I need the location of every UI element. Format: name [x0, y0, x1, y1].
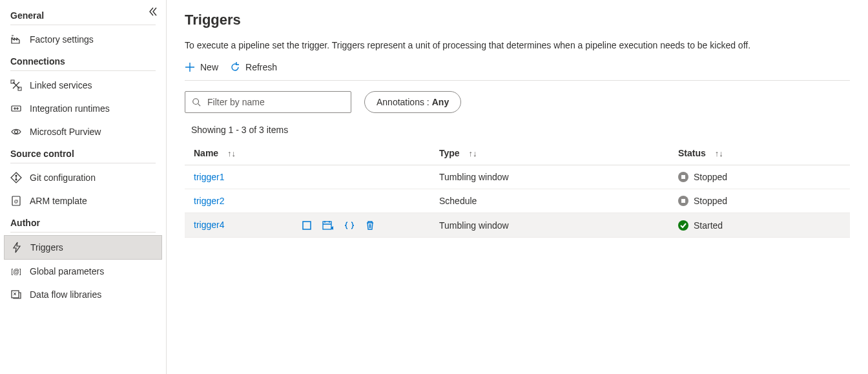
linked-services-icon	[10, 79, 22, 91]
svg-rect-12	[681, 175, 685, 179]
sidebar-section-title: Source control	[0, 143, 166, 163]
annotations-label: Annotations :	[377, 97, 429, 107]
status-stopped-icon	[678, 196, 688, 206]
sidebar-item-label: Triggers	[30, 242, 63, 253]
sidebar-section-title: Author	[0, 213, 166, 232]
main-content: Triggers To execute a pipeline set the t…	[167, 0, 868, 374]
divider	[10, 70, 156, 71]
sidebar-item-integration-runtimes[interactable]: Integration runtimes	[0, 97, 166, 120]
sidebar-item-label: Data flow libraries	[30, 289, 101, 300]
search-icon	[192, 98, 201, 107]
new-button-label: New	[200, 62, 218, 72]
trigger-name-link[interactable]: trigger2	[194, 196, 224, 206]
page-title: Triggers	[185, 12, 850, 28]
sidebar-item-label: Factory settings	[30, 34, 94, 45]
sidebar-section-title: Connections	[0, 51, 166, 70]
svg-point-10	[193, 99, 199, 105]
collapse-sidebar-button[interactable]	[148, 6, 158, 17]
toolbar: New Refresh	[185, 62, 850, 81]
svg-point-3	[15, 130, 18, 134]
divider	[10, 163, 156, 163]
table-row[interactable]: trigger1Tumbling windowStopped	[185, 165, 850, 189]
refresh-button[interactable]: Refresh	[230, 62, 277, 72]
filter-by-name-input-wrapper[interactable]	[185, 91, 351, 113]
svg-text:[@]: [@]	[11, 268, 21, 275]
divider	[10, 232, 156, 233]
sidebar-item-label: Git configuration	[30, 172, 96, 183]
sidebar-item-git-configuration[interactable]: Git configuration	[0, 166, 166, 189]
svg-rect-14	[681, 199, 685, 203]
plus-icon	[185, 62, 195, 72]
code-action-icon[interactable]	[344, 220, 355, 231]
integration-runtimes-icon	[10, 103, 22, 114]
trigger-name-link[interactable]: trigger4	[194, 220, 224, 230]
table-row[interactable]: trigger2ScheduleStopped	[185, 189, 850, 213]
refresh-icon	[230, 62, 240, 72]
schedule-action-icon[interactable]	[322, 220, 334, 231]
sidebar-item-arm-template[interactable]: @ARM template	[0, 189, 166, 213]
sidebar-section-title: General	[0, 5, 166, 25]
arm-template-icon: @	[10, 195, 22, 207]
dataflow-lib-icon	[10, 289, 22, 300]
sidebar-item-factory-settings[interactable]: Factory settings	[0, 28, 166, 51]
annotations-filter[interactable]: Annotations : Any	[364, 91, 461, 113]
filter-by-name-input[interactable]	[206, 96, 344, 108]
trigger-icon	[11, 242, 23, 253]
sidebar-item-label: ARM template	[30, 196, 87, 206]
sidebar-item-label: Global parameters	[30, 266, 104, 276]
sidebar-item-data-flow-libraries[interactable]: Data flow libraries	[0, 283, 166, 306]
refresh-button-label: Refresh	[245, 62, 277, 72]
sidebar-item-linked-services[interactable]: Linked services	[0, 74, 166, 97]
table-row[interactable]: trigger4Tumbling windowStarted	[185, 213, 850, 238]
status-started-icon	[678, 220, 688, 231]
git-icon	[10, 172, 22, 183]
divider	[10, 25, 156, 25]
chevron-double-left-icon	[148, 6, 158, 17]
trigger-name-link[interactable]: trigger1	[194, 172, 224, 182]
type-cell: Schedule	[430, 189, 669, 213]
svg-rect-16	[323, 222, 331, 229]
sort-icon: ↑↓	[715, 149, 723, 158]
sidebar-item-triggers[interactable]: Triggers	[4, 235, 162, 260]
sort-icon: ↑↓	[469, 149, 477, 158]
svg-text:@: @	[14, 199, 18, 203]
global-params-icon: [@]	[10, 265, 22, 277]
delete-action-icon[interactable]	[365, 220, 375, 231]
sort-icon: ↑↓	[227, 149, 236, 158]
status-text: Started	[694, 220, 723, 231]
purview-icon	[10, 126, 22, 138]
col-status[interactable]: Status ↑↓	[669, 141, 850, 165]
type-cell: Tumbling window	[430, 213, 669, 238]
col-type[interactable]: Type ↑↓	[430, 141, 669, 165]
factory-settings-icon	[10, 34, 22, 45]
page-description: To execute a pipeline set the trigger. T…	[185, 40, 850, 50]
showing-count: Showing 1 - 3 of 3 items	[191, 125, 850, 135]
sidebar-item-label: Integration runtimes	[30, 103, 110, 114]
status-text: Stopped	[694, 172, 727, 182]
svg-rect-15	[303, 222, 311, 229]
type-cell: Tumbling window	[430, 165, 669, 189]
col-name[interactable]: Name ↑↓	[185, 141, 430, 165]
filter-row: Annotations : Any	[185, 91, 850, 113]
status-stopped-icon	[678, 172, 688, 182]
status-text: Stopped	[694, 196, 727, 206]
sidebar-item-global-parameters[interactable]: [@]Global parameters	[0, 260, 166, 283]
sidebar: GeneralFactory settingsConnectionsLinked…	[0, 0, 167, 374]
sidebar-item-microsoft-purview[interactable]: Microsoft Purview	[0, 120, 166, 143]
new-button[interactable]: New	[185, 62, 218, 72]
annotations-value: Any	[432, 97, 449, 107]
sidebar-item-label: Linked services	[30, 80, 92, 90]
stop-action-icon[interactable]	[302, 220, 312, 231]
svg-point-17	[678, 220, 688, 231]
sidebar-item-label: Microsoft Purview	[30, 127, 101, 137]
triggers-table: Name ↑↓ Type ↑↓ Status ↑↓ trigger1Tumbli…	[185, 141, 850, 238]
